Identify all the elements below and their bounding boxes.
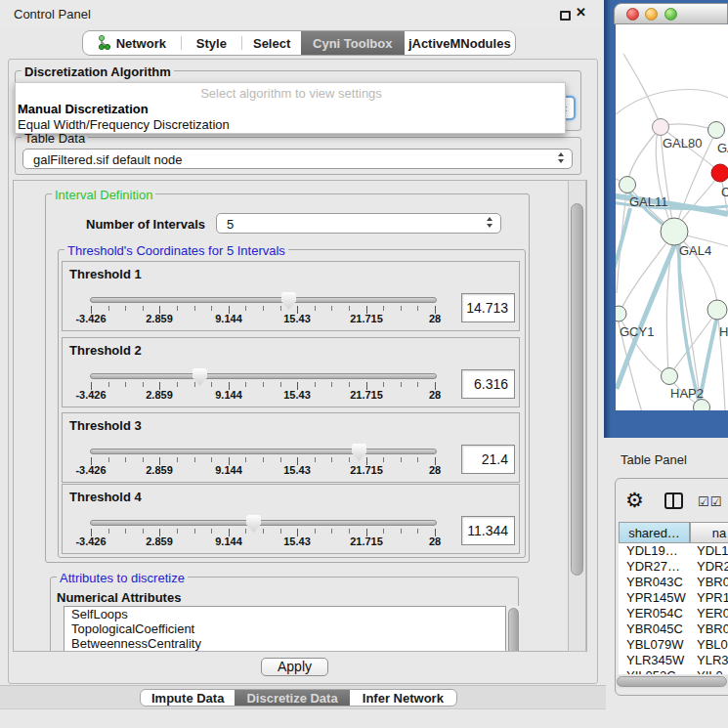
threshold-slider-track[interactable] — [90, 297, 437, 303]
algorithm-dropdown-popup: Select algorithm to view settings Manual… — [15, 82, 566, 134]
node-label-ga: GA — [717, 141, 728, 155]
table-row[interactable]: YPR145WYPR1 — [619, 590, 728, 606]
tick-label: 2.859 — [146, 389, 173, 401]
node-h[interactable] — [707, 300, 727, 320]
tick-label: 15.43 — [283, 389, 311, 401]
dropdown-option-equal-width[interactable]: Equal Width/Frequency Discretization — [16, 117, 565, 133]
network-canvas[interactable]: GAL80 GA C GAL11 GAL4 GCY1 H HAP2 — [616, 24, 728, 410]
tab-discretize-data[interactable]: Discretize Data — [235, 690, 349, 706]
node-gal11[interactable] — [620, 177, 636, 193]
tab-cyni-toolbox[interactable]: Cyni Toolbox — [301, 31, 405, 55]
tick-label: 15.43 — [283, 464, 311, 476]
cyni-bottom-tabs: Impute Data Discretize Data Infer Networ… — [140, 689, 457, 707]
table-row[interactable]: YLR345WYLR3 — [619, 653, 728, 668]
tick-label: 15.43 — [283, 535, 311, 547]
node-label-hap2: HAP2 — [670, 386, 704, 401]
threshold-label: Threshold 2 — [69, 343, 142, 358]
tick-label: 9.144 — [215, 313, 242, 324]
node-label-gal80: GAL80 — [663, 136, 702, 150]
num-intervals-label: Number of Intervals — [86, 217, 205, 232]
list-item[interactable]: TopologicalCoefficient — [64, 621, 505, 636]
table-row[interactable]: YBL079WYBL0 — [619, 637, 728, 653]
network-window-titlebar[interactable] — [614, 3, 728, 24]
tick-label: 28 — [429, 464, 441, 476]
control-panel-title: Control Panel — [14, 7, 91, 21]
float-icon[interactable] — [560, 11, 571, 21]
node-hap2[interactable] — [662, 368, 678, 385]
threshold-value-field[interactable]: 11.344 — [461, 516, 515, 545]
tab-network[interactable]: Network — [83, 31, 181, 55]
table-horizontal-scrollbar[interactable] — [616, 675, 728, 688]
gear-icon[interactable]: ⚙ — [625, 489, 644, 512]
threshold-label: Threshold 1 — [69, 267, 142, 281]
combo-arrows-icon — [558, 152, 565, 163]
node-table: shared… na YDL19…YDL1 YDR27…YDR2 YBR043C… — [619, 522, 728, 674]
tick-label: 28 — [429, 313, 441, 324]
table-row[interactable]: YER054CYER0 — [619, 606, 728, 621]
node-ga[interactable] — [708, 122, 725, 139]
column-header-name[interactable]: na — [690, 522, 728, 543]
close-icon[interactable]: ✕ — [576, 5, 586, 20]
tab-jactivemnodules[interactable]: jActiveMNodules — [405, 31, 515, 55]
node-gal4[interactable] — [661, 218, 688, 245]
list-item[interactable]: SelfLoops — [64, 607, 505, 621]
threshold-slider-track[interactable] — [90, 449, 437, 454]
apply-button[interactable]: Apply — [261, 658, 328, 676]
node-red-selected[interactable] — [711, 164, 728, 182]
threshold-slider-track[interactable] — [90, 520, 437, 526]
close-traffic-light[interactable] — [626, 8, 639, 21]
column-header-shared-name[interactable]: shared… — [619, 522, 690, 543]
numerical-attributes-label: Numerical Attributes — [57, 590, 181, 605]
tick-label: 2.859 — [146, 535, 173, 547]
table-row[interactable]: YDR27…YDR2 — [619, 559, 728, 575]
tick-label: -3.426 — [75, 464, 106, 476]
table-data-combo[interactable]: galFiltered.sif default node — [22, 149, 573, 169]
threshold-label: Threshold 3 — [69, 418, 142, 433]
discretization-algorithm-group-title: Discretization Algorithm — [21, 64, 174, 79]
node-label-c: C — [721, 185, 728, 199]
threshold-value-field[interactable]: 6.316 — [461, 369, 515, 399]
settings-scroll-panel: Interval Definition Number of Intervals … — [13, 180, 587, 652]
attributes-group-title: Attributes to discretize — [57, 571, 188, 585]
minimize-traffic-light[interactable] — [645, 8, 658, 21]
tick-label: -3.426 — [75, 389, 106, 401]
table-panel-title: Table Panel — [621, 452, 687, 467]
threshold-panel: Threshold 4 -3.426 2.859 9.144 15.43 21.… — [62, 484, 520, 554]
tick-label: 9.144 — [215, 464, 242, 476]
table-row[interactable]: YBR043CYBR0 — [619, 575, 728, 590]
node-gcy1[interactable] — [616, 306, 626, 321]
tick-label: -3.426 — [75, 313, 106, 324]
dropdown-option-manual[interactable]: Manual Discretization — [16, 102, 565, 117]
tick-label: 21.715 — [350, 389, 383, 401]
columns-icon[interactable] — [664, 492, 683, 509]
dropdown-hint: Select algorithm to view settings — [16, 86, 565, 102]
table-row[interactable]: YBR045CYBR0 — [619, 621, 728, 637]
node-bottom[interactable] — [694, 400, 710, 411]
threshold-value-field[interactable]: 14.713 — [461, 293, 515, 322]
threshold-panel: Threshold 3 -3.426 2.859 9.144 15.43 21.… — [62, 412, 520, 483]
tab-infer-network[interactable]: Infer Network — [350, 690, 456, 706]
threshold-panel: Threshold 1 -3.426 2.859 9.144 15.43 21.… — [62, 261, 520, 331]
checkbox-icons[interactable]: ☑☑ — [698, 494, 722, 509]
tick-label: 9.144 — [215, 389, 242, 401]
tick-label: 28 — [429, 389, 441, 401]
attributes-list: SelfLoops TopologicalCoefficient Between… — [64, 606, 506, 652]
table-panel-titlebar: Table Panel — [607, 445, 728, 476]
tab-impute-data[interactable]: Impute Data — [141, 690, 235, 706]
node-label-gal4: GAL4 — [679, 243, 711, 258]
tick-label: 28 — [429, 535, 441, 547]
threshold-value-field[interactable]: 21.4 — [461, 445, 515, 474]
table-row[interactable]: YIL052CYIL0 — [619, 668, 728, 674]
node-gal80[interactable] — [653, 119, 669, 136]
table-row[interactable]: YDL19…YDL1 — [619, 543, 728, 559]
threshold-slider-track[interactable] — [90, 373, 437, 379]
zoom-traffic-light[interactable] — [664, 8, 677, 21]
attributes-scrollbar[interactable] — [507, 606, 520, 652]
list-item[interactable]: BetweennessCentrality — [64, 636, 505, 651]
num-intervals-spinner[interactable]: 5 — [216, 213, 501, 234]
tab-style[interactable]: Style — [182, 31, 242, 55]
settings-scrollbar[interactable] — [568, 180, 586, 652]
tab-select[interactable]: Select — [242, 31, 301, 55]
tick-label: 21.715 — [350, 313, 383, 324]
threshold-panel: Threshold 2 -3.426 2.859 9.144 15.43 21.… — [62, 337, 520, 407]
